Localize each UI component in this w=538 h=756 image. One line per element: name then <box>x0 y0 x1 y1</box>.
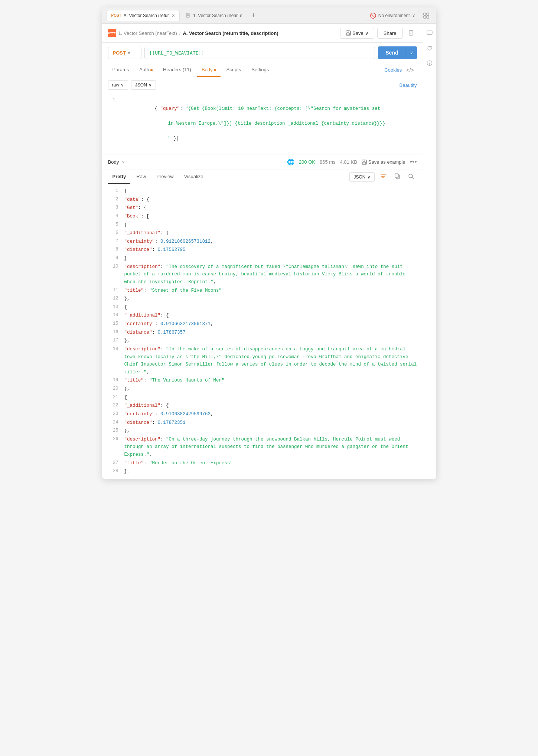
line-content: "certainty": 0.9106632173061371, <box>124 320 213 328</box>
breadcrumb-actions: Save ∨ Share <box>340 27 417 39</box>
json-line: 7 "certainty": 0.9121860265731812, <box>102 238 423 246</box>
line-content: }, <box>124 255 130 262</box>
line-content: "title": "Street of the Five Moons" <box>124 287 222 295</box>
save-disk-icon <box>362 160 367 165</box>
response-body-label[interactable]: Body <box>108 159 119 165</box>
tab-close-icon[interactable]: × <box>172 13 175 19</box>
svg-rect-4 <box>427 13 429 15</box>
json-line: 17 }, <box>102 337 423 345</box>
grid-icon[interactable] <box>421 10 432 21</box>
method-selector[interactable]: POST ∨ <box>108 47 141 59</box>
send-chevron-button[interactable]: ∨ <box>406 46 417 59</box>
code-snippet-icon[interactable]: </> <box>403 64 417 76</box>
line-content: "_additional": { <box>124 312 169 320</box>
json-line: 3 "Get": { <box>102 204 423 212</box>
beautify-button[interactable]: Beautify <box>400 82 417 88</box>
tab-active-label: A. Vector Search (retur <box>124 13 169 18</box>
environment-selector[interactable]: 🚫 No environment ∨ <box>366 11 419 20</box>
json-line: 14 "_additional": { <box>102 311 423 320</box>
sidebar-refresh-icon[interactable] <box>424 43 435 53</box>
breadcrumb-parent[interactable]: 1. Vector Search (nearText) <box>118 30 177 36</box>
json-line: 13 { <box>102 303 423 312</box>
svg-rect-6 <box>427 16 429 18</box>
url-input[interactable] <box>144 47 375 59</box>
save-example-button[interactable]: Save as example <box>362 159 405 165</box>
sidebar-info-icon[interactable] <box>424 58 435 68</box>
url-bar: POST ∨ Send ∨ <box>102 43 423 63</box>
resp-tab-raw[interactable]: Raw <box>132 170 150 184</box>
http-icon: HTTP <box>108 29 116 37</box>
svg-rect-8 <box>347 31 349 32</box>
line-number: 17 <box>108 337 118 345</box>
sidebar-chat-icon[interactable] <box>424 28 435 39</box>
json-line: 4 "Book": [ <box>102 212 423 221</box>
line-number: 12 <box>108 295 118 303</box>
save-button[interactable]: Save ∨ <box>340 28 374 39</box>
app-window: POST A. Vector Search (retur × 1. Vector… <box>102 7 436 479</box>
line-content: "distance": 0.17867357 <box>124 329 186 337</box>
svg-rect-21 <box>395 174 398 177</box>
line-content: }, <box>124 427 130 435</box>
send-button[interactable]: Send <box>378 46 405 59</box>
resp-tab-preview[interactable]: Preview <box>152 170 178 184</box>
json-line: 15 "certainty": 0.9106632173061371, <box>102 320 423 328</box>
svg-rect-16 <box>363 162 366 164</box>
line-content: "distance": 0.17872351 <box>124 419 186 427</box>
tab-active[interactable]: POST A. Vector Search (retur × <box>107 10 180 21</box>
line-content: "Get": { <box>124 204 147 212</box>
tab-settings[interactable]: Settings <box>247 63 273 77</box>
tab-inactive[interactable]: 1. Vector Search (nearTe <box>181 11 247 20</box>
env-chevron: ∨ <box>412 13 415 18</box>
line-content: "title": "The Various Haunts of Men" <box>124 377 225 384</box>
add-tab-button[interactable]: + <box>248 10 259 21</box>
tab-params[interactable]: Params <box>108 63 134 77</box>
line-content: "certainty": 0.9121860265731812, <box>124 238 213 246</box>
cookies-link[interactable]: Cookies <box>384 67 402 73</box>
more-options-button[interactable]: ••• <box>410 158 417 166</box>
json-line: 23 "certainty": 0.9106382429599762, <box>102 410 423 419</box>
main-content: HTTP 1. Vector Search (nearText) / A. Ve… <box>102 24 423 479</box>
doc-icon-button[interactable] <box>406 27 417 39</box>
tab-bar: POST A. Vector Search (retur × 1. Vector… <box>102 7 436 24</box>
copy-icon[interactable] <box>392 171 404 183</box>
json-line: 5 { <box>102 221 423 229</box>
response-format-selector[interactable]: JSON ∨ <box>349 172 374 182</box>
json-line: 27 "title": "Murder on the Orient Expres… <box>102 459 423 468</box>
code-editor[interactable]: 1 { "query": "{Get {Book(limit: 10 nearT… <box>102 93 423 154</box>
line-content: { <box>124 187 127 195</box>
filter-icon[interactable] <box>376 171 390 183</box>
line-content: }, <box>124 385 130 393</box>
tab-scripts[interactable]: Scripts <box>222 63 246 77</box>
raw-selector[interactable]: raw ∨ <box>108 80 128 90</box>
line-number: 8 <box>108 246 118 254</box>
resp-tab-visualize[interactable]: Visualize <box>180 170 208 184</box>
tab-auth[interactable]: Auth <box>135 63 157 77</box>
json-selector[interactable]: JSON ∨ <box>131 80 156 90</box>
save-example-label: Save as example <box>368 159 405 165</box>
line-number: 7 <box>108 238 118 246</box>
line-number: 9 <box>108 255 118 262</box>
response-status: 🌐 200 OK 865 ms 4.81 KB Save as example … <box>287 158 417 166</box>
send-group: Send ∨ <box>378 46 417 59</box>
share-button[interactable]: Share <box>377 28 403 39</box>
tab-body[interactable]: Body <box>197 63 221 77</box>
line-content: { <box>124 394 127 402</box>
save-icon <box>346 30 351 36</box>
env-label: No environment <box>378 13 410 18</box>
json-line: 9 }, <box>102 254 423 263</box>
resp-format-label: JSON <box>353 174 365 180</box>
tab-headers[interactable]: Headers (11) <box>159 63 196 77</box>
response-time: 865 ms <box>320 159 336 165</box>
line-number: 27 <box>108 459 118 467</box>
line-number: 20 <box>108 385 118 393</box>
line-number: 11 <box>108 287 118 295</box>
raw-chevron: ∨ <box>121 82 124 88</box>
json-line: 25 }, <box>102 427 423 435</box>
line-number: 14 <box>108 312 118 320</box>
file-icon <box>186 13 191 18</box>
resp-tab-pretty[interactable]: Pretty <box>108 170 131 184</box>
line-content: "description": "In the wake of a series … <box>124 346 417 376</box>
search-icon[interactable] <box>405 171 417 183</box>
breadcrumb-bar: HTTP 1. Vector Search (nearText) / A. Ve… <box>102 24 423 43</box>
line-number-1: 1 <box>108 98 115 150</box>
